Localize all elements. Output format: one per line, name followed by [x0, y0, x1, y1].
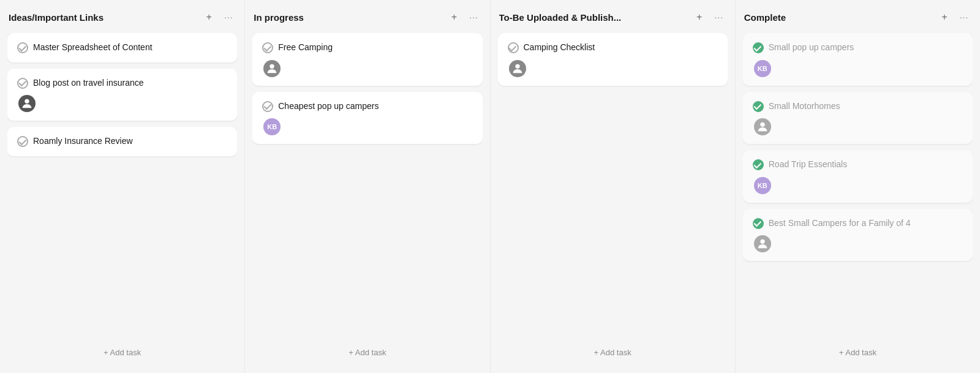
task-check-icon[interactable] [753, 42, 764, 53]
task-check-icon[interactable] [17, 78, 28, 89]
ellipsis-icon: ··· [224, 12, 233, 22]
task-check-icon[interactable] [753, 218, 764, 229]
column-title-inprogress: In progress [254, 12, 442, 23]
task-title: Camping Checklist [524, 42, 595, 54]
task-card[interactable]: Camping Checklist [498, 33, 728, 86]
avatar-row: KB [753, 60, 963, 77]
add-card-button-ideas[interactable]: + [202, 10, 216, 24]
avatar [509, 60, 526, 77]
task-card[interactable]: Roamly Insurance Review [7, 127, 237, 156]
task-card[interactable]: Free Camping [252, 33, 482, 86]
avatar-row [17, 95, 227, 112]
column-menu-button-tobe[interactable]: ··· [712, 10, 726, 24]
cards-list-tobe: Camping Checklist [498, 33, 728, 339]
task-card[interactable]: Road Trip EssentialsKB [743, 150, 973, 203]
column-title-complete: Complete [744, 12, 932, 23]
kanban-board: Ideas/Important Links+···Master Spreadsh… [0, 0, 980, 373]
task-title: Cheapest pop up campers [278, 100, 379, 113]
task-title: Roamly Insurance Review [33, 135, 133, 148]
task-check-icon[interactable] [262, 101, 273, 112]
card-title-row: Small pop up campers [753, 42, 963, 54]
add-task-button-tobe[interactable]: + Add task [498, 342, 728, 363]
add-task-button-complete[interactable]: + Add task [743, 342, 973, 363]
svg-point-2 [515, 64, 519, 68]
cards-list-complete: Small pop up campersKBSmall Motorhomes R… [743, 33, 973, 339]
task-check-icon[interactable] [17, 136, 28, 147]
card-title-row: Road Trip Essentials [753, 159, 963, 171]
column-ideas: Ideas/Important Links+···Master Spreadsh… [0, 0, 245, 373]
column-menu-button-complete[interactable]: ··· [957, 10, 971, 24]
task-check-icon[interactable] [262, 42, 273, 53]
task-title: Small pop up campers [769, 42, 854, 54]
card-title-row: Camping Checklist [508, 42, 718, 54]
card-title-row: Blog post on travel insurance [17, 77, 227, 89]
ellipsis-icon: ··· [960, 12, 969, 22]
column-menu-button-ideas[interactable]: ··· [221, 10, 236, 24]
task-card[interactable]: Best Small Campers for a Family of 4 [743, 209, 973, 262]
task-card[interactable]: Small Motorhomes [743, 92, 973, 145]
task-title: Road Trip Essentials [769, 159, 847, 171]
column-inprogress: In progress+···Free Camping Cheapest pop… [245, 0, 490, 373]
avatar [18, 95, 36, 112]
add-task-button-inprogress[interactable]: + Add task [252, 342, 482, 363]
cards-list-inprogress: Free Camping Cheapest pop up campersKB [252, 33, 482, 339]
task-card[interactable]: Master Spreadsheet of Content [7, 33, 237, 62]
column-header-inprogress: In progress+··· [252, 10, 482, 24]
avatar-row [508, 60, 718, 77]
column-tobe: To-Be Uploaded & Publish...+···Camping C… [491, 0, 736, 373]
add-task-button-ideas[interactable]: + Add task [7, 342, 237, 363]
avatar-row [262, 60, 472, 77]
column-title-ideas: Ideas/Important Links [9, 12, 197, 23]
ellipsis-icon: ··· [714, 12, 723, 22]
avatar-row [753, 235, 963, 252]
task-card[interactable]: Small pop up campersKB [743, 33, 973, 86]
card-title-row: Roamly Insurance Review [17, 135, 227, 148]
add-card-button-tobe[interactable]: + [692, 10, 707, 24]
card-title-row: Small Motorhomes [753, 100, 963, 113]
cards-list-ideas: Master Spreadsheet of ContentBlog post o… [7, 33, 237, 339]
task-title: Small Motorhomes [769, 100, 840, 113]
column-complete: Complete+···Small pop up campersKBSmall … [736, 0, 980, 373]
task-check-icon[interactable] [17, 42, 28, 53]
add-card-button-complete[interactable]: + [937, 10, 952, 24]
task-title: Master Spreadsheet of Content [33, 42, 153, 54]
avatar: KB [263, 118, 281, 135]
add-card-button-inprogress[interactable]: + [447, 10, 462, 24]
avatar-row: KB [262, 118, 472, 135]
column-title-tobe: To-Be Uploaded & Publish... [499, 12, 687, 23]
task-card[interactable]: Blog post on travel insurance [7, 69, 237, 121]
card-title-row: Master Spreadsheet of Content [17, 42, 227, 54]
svg-point-3 [760, 122, 764, 127]
column-menu-button-inprogress[interactable]: ··· [467, 10, 481, 24]
task-title: Blog post on travel insurance [33, 77, 144, 89]
task-title: Free Camping [278, 42, 333, 54]
column-header-complete: Complete+··· [743, 10, 973, 24]
task-title: Best Small Campers for a Family of 4 [769, 217, 911, 230]
svg-point-4 [760, 239, 764, 244]
avatar-row: KB [753, 177, 963, 194]
task-card[interactable]: Cheapest pop up campersKB [252, 92, 482, 145]
avatar: KB [754, 177, 771, 194]
avatar [754, 118, 771, 135]
task-check-icon[interactable] [508, 42, 519, 53]
avatar [263, 60, 281, 77]
card-title-row: Best Small Campers for a Family of 4 [753, 217, 963, 230]
card-title-row: Cheapest pop up campers [262, 100, 472, 113]
svg-point-1 [270, 64, 274, 68]
task-check-icon[interactable] [753, 159, 764, 170]
card-title-row: Free Camping [262, 42, 472, 54]
task-check-icon[interactable] [753, 101, 764, 112]
ellipsis-icon: ··· [469, 12, 478, 22]
svg-point-0 [24, 99, 29, 104]
column-header-tobe: To-Be Uploaded & Publish...+··· [498, 10, 728, 24]
avatar [754, 235, 771, 252]
avatar: KB [754, 60, 771, 77]
column-header-ideas: Ideas/Important Links+··· [7, 10, 237, 24]
avatar-row [753, 118, 963, 135]
